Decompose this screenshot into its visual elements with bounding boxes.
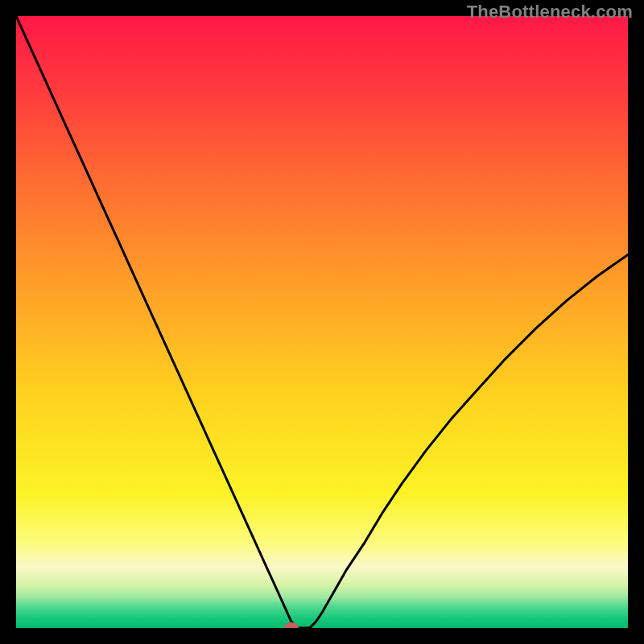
plot-area <box>16 16 628 628</box>
source-watermark: TheBottleneck.com <box>467 2 633 23</box>
chart-frame: TheBottleneck.com <box>0 0 644 644</box>
chart-svg <box>16 16 628 628</box>
gradient-background <box>16 16 628 628</box>
